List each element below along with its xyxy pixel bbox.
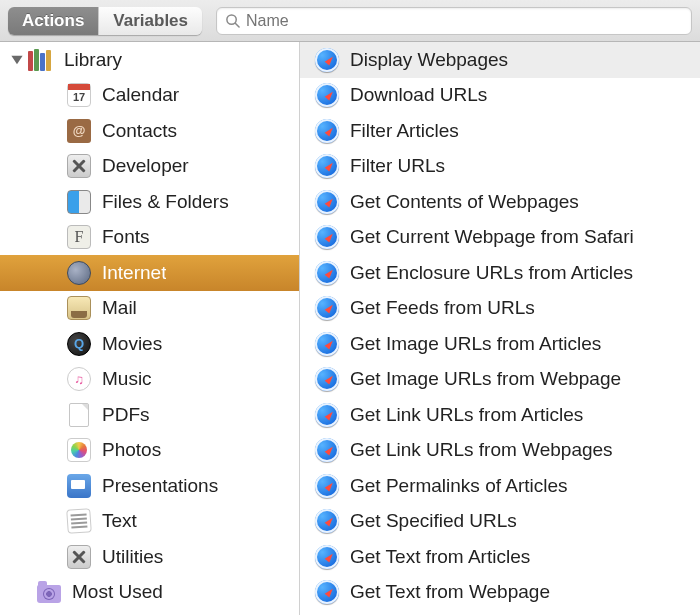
action-label: Get Enclosure URLs from Articles bbox=[350, 262, 633, 284]
sidebar-item-contacts[interactable]: Contacts bbox=[0, 113, 299, 149]
action-label: Display Webpages bbox=[350, 49, 508, 71]
safari-icon bbox=[314, 82, 340, 108]
action-item[interactable]: Get Contents of Webpages bbox=[300, 184, 700, 220]
safari-icon bbox=[314, 189, 340, 215]
search-input[interactable] bbox=[246, 12, 683, 30]
search-icon bbox=[225, 13, 240, 28]
sidebar-most-used[interactable]: Most Used bbox=[0, 575, 299, 611]
music-icon bbox=[66, 366, 92, 392]
action-label: Get Link URLs from Articles bbox=[350, 404, 583, 426]
action-item[interactable]: Get Text from Articles bbox=[300, 539, 700, 575]
toolbar: Actions Variables bbox=[0, 0, 700, 42]
internet-icon bbox=[66, 260, 92, 286]
finder-icon bbox=[66, 189, 92, 215]
most-used-label: Most Used bbox=[72, 581, 163, 603]
sidebar-item-label: Utilities bbox=[102, 546, 163, 568]
keynote-icon bbox=[66, 473, 92, 499]
pdf-icon bbox=[66, 402, 92, 428]
sidebar: Library CalendarContactsDeveloperFiles &… bbox=[0, 42, 300, 615]
action-item[interactable]: Get Specified URLs bbox=[300, 504, 700, 540]
sidebar-item-font[interactable]: FFonts bbox=[0, 220, 299, 256]
action-label: Get Text from Articles bbox=[350, 546, 530, 568]
action-item[interactable]: Get Feeds from URLs bbox=[300, 291, 700, 327]
action-label: Get Contents of Webpages bbox=[350, 191, 579, 213]
action-item[interactable]: Filter URLs bbox=[300, 149, 700, 185]
quicktime-icon bbox=[66, 331, 92, 357]
sidebar-item-label: Contacts bbox=[102, 120, 177, 142]
sidebar-item-internet[interactable]: Internet bbox=[0, 255, 299, 291]
safari-icon bbox=[314, 331, 340, 357]
sidebar-item-label: Presentations bbox=[102, 475, 218, 497]
sidebar-item-label: Fonts bbox=[102, 226, 150, 248]
safari-icon bbox=[314, 260, 340, 286]
calendar-icon bbox=[66, 82, 92, 108]
actions-list: Display WebpagesDownload URLsFilter Arti… bbox=[300, 42, 700, 615]
safari-icon bbox=[314, 579, 340, 605]
sidebar-item-label: Photos bbox=[102, 439, 161, 461]
action-item[interactable]: Filter Articles bbox=[300, 113, 700, 149]
safari-icon bbox=[314, 473, 340, 499]
safari-icon bbox=[314, 366, 340, 392]
sidebar-item-keynote[interactable]: Presentations bbox=[0, 468, 299, 504]
sidebar-item-label: Internet bbox=[102, 262, 166, 284]
safari-icon bbox=[314, 118, 340, 144]
sidebar-item-label: Text bbox=[102, 510, 137, 532]
sidebar-item-photos[interactable]: Photos bbox=[0, 433, 299, 469]
sidebar-item-pdf[interactable]: PDFs bbox=[0, 397, 299, 433]
sidebar-item-music[interactable]: Music bbox=[0, 362, 299, 398]
safari-icon bbox=[314, 402, 340, 428]
sidebar-item-label: Files & Folders bbox=[102, 191, 229, 213]
safari-icon bbox=[314, 508, 340, 534]
action-item[interactable]: Get Image URLs from Webpage bbox=[300, 362, 700, 398]
sidebar-item-utilities[interactable]: Utilities bbox=[0, 539, 299, 575]
sidebar-item-mail[interactable]: Mail bbox=[0, 291, 299, 327]
safari-icon bbox=[314, 47, 340, 73]
action-label: Get Feeds from URLs bbox=[350, 297, 535, 319]
sidebar-item-text[interactable]: Text bbox=[0, 504, 299, 540]
sidebar-item-label: PDFs bbox=[102, 404, 150, 426]
action-label: Filter Articles bbox=[350, 120, 459, 142]
contacts-icon bbox=[66, 118, 92, 144]
tab-actions[interactable]: Actions bbox=[8, 7, 98, 35]
sidebar-item-label: Developer bbox=[102, 155, 189, 177]
sidebar-item-label: Mail bbox=[102, 297, 137, 319]
action-item[interactable]: Get Image URLs from Articles bbox=[300, 326, 700, 362]
library-icon bbox=[28, 47, 54, 73]
action-item[interactable]: Get Enclosure URLs from Articles bbox=[300, 255, 700, 291]
action-item[interactable]: Download URLs bbox=[300, 78, 700, 114]
text-icon bbox=[66, 508, 92, 534]
safari-icon bbox=[314, 153, 340, 179]
action-label: Get Permalinks of Articles bbox=[350, 475, 568, 497]
sidebar-item-label: Movies bbox=[102, 333, 162, 355]
library-label: Library bbox=[64, 49, 122, 71]
action-item[interactable]: Get Link URLs from Articles bbox=[300, 397, 700, 433]
utilities-icon bbox=[66, 544, 92, 570]
tab-group: Actions Variables bbox=[8, 7, 202, 35]
disclosure-triangle-icon[interactable] bbox=[10, 53, 24, 67]
action-item[interactable]: Get Link URLs from Webpages bbox=[300, 433, 700, 469]
action-item[interactable]: Get Current Webpage from Safari bbox=[300, 220, 700, 256]
safari-icon bbox=[314, 224, 340, 250]
search-field[interactable] bbox=[216, 7, 692, 35]
tab-variables[interactable]: Variables bbox=[98, 7, 202, 35]
action-label: Get Specified URLs bbox=[350, 510, 517, 532]
action-label: Get Text from Webpage bbox=[350, 581, 550, 603]
action-item[interactable]: Get Text from Webpage bbox=[300, 575, 700, 611]
action-item[interactable]: Display Webpages bbox=[300, 42, 700, 78]
sidebar-item-label: Calendar bbox=[102, 84, 179, 106]
sidebar-item-finder[interactable]: Files & Folders bbox=[0, 184, 299, 220]
mail-icon bbox=[66, 295, 92, 321]
safari-icon bbox=[314, 295, 340, 321]
action-label: Get Link URLs from Webpages bbox=[350, 439, 613, 461]
action-label: Get Image URLs from Webpage bbox=[350, 368, 621, 390]
action-item[interactable]: Get Permalinks of Articles bbox=[300, 468, 700, 504]
sidebar-library[interactable]: Library bbox=[0, 42, 299, 78]
action-label: Get Current Webpage from Safari bbox=[350, 226, 634, 248]
font-icon: F bbox=[66, 224, 92, 250]
svg-line-1 bbox=[235, 23, 239, 27]
sidebar-item-calendar[interactable]: Calendar bbox=[0, 78, 299, 114]
sidebar-item-quicktime[interactable]: Movies bbox=[0, 326, 299, 362]
sidebar-item-developer[interactable]: Developer bbox=[0, 149, 299, 185]
action-label: Filter URLs bbox=[350, 155, 445, 177]
safari-icon bbox=[314, 437, 340, 463]
